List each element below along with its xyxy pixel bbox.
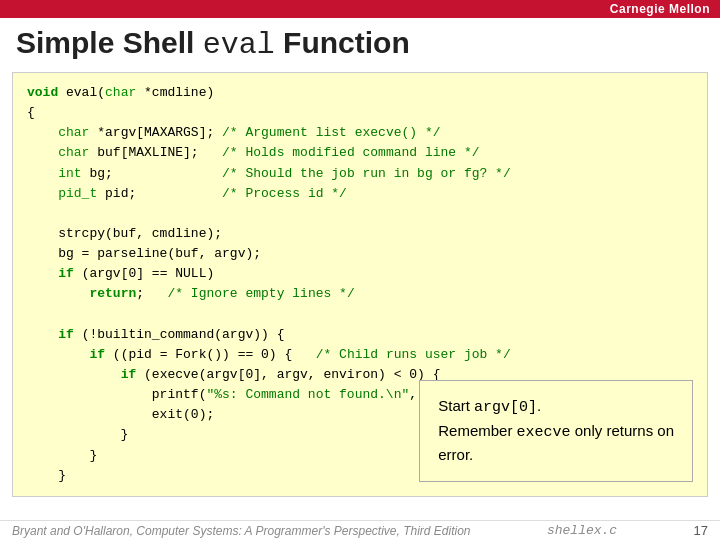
code-line: if (argv[0] == NULL)	[27, 264, 693, 284]
annotation-box: Start argv[0]. Remember execve only retu…	[419, 380, 693, 482]
header-bar: Carnegie Mellon	[0, 0, 720, 18]
code-line: bg = parseline(buf, argv);	[27, 244, 693, 264]
code-line: char *argv[MAXARGS]; /* Argument list ex…	[27, 123, 693, 143]
code-line: if ((pid = Fork()) == 0) { /* Child runs…	[27, 345, 693, 365]
page-title: Simple Shell eval Function	[16, 26, 704, 62]
footer-page-number: 17	[694, 523, 708, 538]
footer-inst-name: Bryant and O'Hallaron, Computer Systems:…	[12, 524, 471, 538]
code-line: char buf[MAXLINE]; /* Holds modified com…	[27, 143, 693, 163]
code-line: pid_t pid; /* Process id */	[27, 184, 693, 204]
title-text-mono: eval	[203, 28, 275, 62]
footer-bar: Bryant and O'Hallaron, Computer Systems:…	[0, 520, 720, 540]
code-line	[27, 204, 693, 224]
code-line: {	[27, 103, 693, 123]
annotation-line2: Remember execve only returns on	[438, 422, 674, 439]
code-line: return; /* Ignore empty lines */	[27, 284, 693, 304]
annotation-line3: error.	[438, 446, 473, 463]
annotation-line1: Start argv[0].	[438, 397, 541, 414]
footer-filename: shellex.c	[547, 523, 617, 538]
code-area: void eval(char *cmdline) { char *argv[MA…	[12, 72, 708, 497]
code-line: if (!builtin_command(argv)) {	[27, 325, 693, 345]
code-line: int bg; /* Should the job run in bg or f…	[27, 164, 693, 184]
university-name: Carnegie Mellon	[610, 2, 710, 16]
title-text-plain: Simple Shell	[16, 26, 203, 59]
code-line: strcpy(buf, cmdline);	[27, 224, 693, 244]
code-line: void eval(char *cmdline)	[27, 83, 693, 103]
code-line	[27, 305, 693, 325]
title-text-suffix: Function	[275, 26, 410, 59]
title-area: Simple Shell eval Function	[0, 18, 720, 68]
